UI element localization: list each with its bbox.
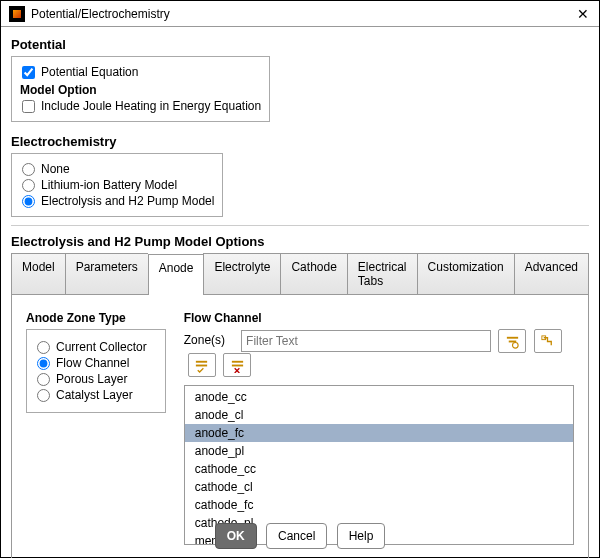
tab-advanced[interactable]: Advanced [514,253,589,294]
cancel-button[interactable]: Cancel [266,523,327,549]
svg-rect-7 [231,364,242,366]
tab-electrolyte[interactable]: Electrolyte [203,253,280,294]
section-title: Electrolysis and H2 Pump Model Options [11,234,589,249]
tab-anode[interactable]: Anode [148,254,204,295]
toggle-tree-icon[interactable] [534,329,562,353]
ok-button[interactable]: OK [215,523,257,549]
flow-channel-title: Flow Channel [184,311,574,325]
zone-item[interactable]: cathode_fc [185,496,573,514]
app-icon [9,6,25,22]
electrochem-label-0[interactable]: None [41,162,70,176]
anode-zone-type-title: Anode Zone Type [26,311,166,325]
close-icon[interactable]: ✕ [575,6,591,22]
potential-equation-label[interactable]: Potential Equation [41,65,138,79]
tab-cathode[interactable]: Cathode [280,253,346,294]
electrochem-title: Electrochemistry [11,134,589,149]
potential-equation-checkbox[interactable] [22,66,35,79]
zone-item[interactable]: cathode_cl [185,478,573,496]
zone-item[interactable]: cathode_cc [185,460,573,478]
zone-list[interactable]: anode_ccanode_clanode_fcanode_plcathode_… [184,385,574,545]
svg-rect-5 [196,364,207,366]
zone-type-label-3[interactable]: Catalyst Layer [56,388,133,402]
tab-model[interactable]: Model [11,253,65,294]
svg-point-2 [512,342,518,348]
help-button[interactable]: Help [337,523,386,549]
model-option-title: Model Option [20,83,261,97]
zone-item[interactable]: anode_fc [185,424,573,442]
svg-rect-6 [231,360,242,362]
joule-heating-checkbox[interactable] [22,100,35,113]
zone-type-label-0[interactable]: Current Collector [56,340,147,354]
zone-type-radio-0[interactable] [37,341,50,354]
zone-item[interactable]: anode_cc [185,388,573,406]
anode-panel: Anode Zone Type Current CollectorFlow Ch… [11,295,589,558]
svg-rect-4 [196,360,207,362]
joule-heating-label[interactable]: Include Joule Heating in Energy Equation [41,99,261,113]
zone-type-radio-2[interactable] [37,373,50,386]
electrochem-radio-0[interactable] [22,163,35,176]
svg-rect-0 [507,336,518,338]
zones-label: Zone(s) [184,333,238,347]
electrochem-radio-2[interactable] [22,195,35,208]
zone-type-radio-3[interactable] [37,389,50,402]
electrochem-label-1[interactable]: Lithium-ion Battery Model [41,178,177,192]
zone-filter-input[interactable] [241,330,491,352]
potential-title: Potential [11,37,589,52]
tab-electrical-tabs[interactable]: Electrical Tabs [347,253,417,294]
tab-customization[interactable]: Customization [417,253,514,294]
select-all-icon[interactable] [188,353,216,377]
zone-item[interactable]: anode_cl [185,406,573,424]
zone-type-label-1[interactable]: Flow Channel [56,356,129,370]
zone-type-radio-1[interactable] [37,357,50,370]
window-title: Potential/Electrochemistry [31,7,575,21]
tab-parameters[interactable]: Parameters [65,253,148,294]
zone-type-label-2[interactable]: Porous Layer [56,372,127,386]
electrochem-radio-1[interactable] [22,179,35,192]
filter-by-icon[interactable] [498,329,526,353]
electrochem-label-2[interactable]: Electrolysis and H2 Pump Model [41,194,214,208]
zone-item[interactable]: anode_pl [185,442,573,460]
deselect-all-icon[interactable] [223,353,251,377]
